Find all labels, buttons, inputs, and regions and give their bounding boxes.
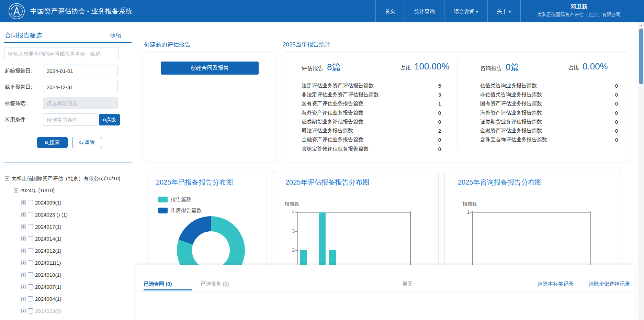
tree-checkbox[interactable]	[28, 224, 33, 229]
expand-node-icon[interactable]: +	[21, 285, 26, 289]
y-tick-label: 3	[287, 228, 295, 234]
expand-node-icon[interactable]: +	[21, 309, 26, 313]
top-gridline	[297, 212, 411, 213]
expand-node-icon[interactable]: +	[21, 212, 26, 217]
legend-swatch	[158, 208, 168, 213]
filter-panel-title: 合同报告筛选	[5, 31, 42, 40]
clear-all-selection-link[interactable]: 清除全部选择记录	[589, 281, 630, 287]
stat-row: 法定评估业务资产评估报告篇数5	[302, 81, 441, 90]
expand-node-icon[interactable]: +	[21, 297, 26, 301]
tree-node-contract[interactable]: + 2024007(1)	[0, 281, 136, 293]
y-tick-label: 4	[287, 209, 295, 215]
divider	[4, 163, 132, 163]
start-date-input[interactable]	[43, 65, 118, 77]
tree-node-contract[interactable]: + 2024004(1)	[0, 293, 136, 305]
search-icon	[45, 141, 48, 144]
divider	[457, 58, 457, 148]
stat-row: 金融资产评估业务报告篇数0	[302, 135, 441, 144]
donut-hole	[192, 231, 230, 269]
consulting-ratio: 占比 0.00%	[569, 61, 608, 72]
collapse-node-icon[interactable]: −	[14, 188, 18, 193]
expand-node-icon[interactable]: +	[21, 261, 26, 265]
tree-node-contract[interactable]: + 2024010(1)	[0, 269, 136, 281]
refresh-icon	[78, 140, 83, 145]
common-condition-input[interactable]	[43, 113, 98, 126]
active-tab-underline	[144, 289, 192, 290]
header: 中国资产评估协会 - 业务报备系统 首页 统计查询 综合设置▾ 关于▾ 邓卫新 …	[0, 0, 644, 22]
assessment-stat-rows: 法定评估业务资产评估报告篇数5 非法定评估业务资产评估报告篇数3 国有资产评估业…	[302, 81, 441, 153]
tree-node-contract[interactable]: + 2024023 () (1)	[0, 209, 136, 221]
start-date-label: 起始报告日:	[5, 68, 32, 74]
divider	[136, 291, 635, 291]
assessment-report-header: 评估报告 8篇	[302, 61, 341, 73]
consulting-report-header: 咨询报告 0篇	[480, 61, 519, 73]
collapse-node-icon[interactable]: −	[5, 176, 9, 181]
tree-checkbox[interactable]	[28, 248, 33, 253]
tree-node-contract[interactable]: + 2024014(1)	[0, 233, 136, 245]
y-tick-mark	[470, 212, 472, 213]
tree-checkbox[interactable]	[28, 212, 33, 217]
tree-node-contract[interactable]: + 2024011(1)	[0, 257, 136, 269]
common-condition-label: 常用条件:	[5, 117, 27, 123]
tree-checkbox[interactable]	[28, 272, 33, 277]
expand-node-icon[interactable]: +	[21, 200, 26, 205]
tree-checkbox[interactable]	[28, 284, 33, 289]
nav-about-dropdown[interactable]: 关于▾	[487, 0, 520, 22]
chart-title: 2025年已报备报告分布图	[156, 178, 233, 187]
tab-selected-reports[interactable]: 已选报告 (0)	[201, 281, 229, 287]
y-tick-label: 2	[287, 247, 295, 253]
search-button[interactable]: 搜索	[37, 137, 68, 148]
expand-node-icon[interactable]: +	[21, 249, 26, 253]
assessment-bar-chart-panel: 2025年评估报备报告分布图 报告数 432	[272, 172, 439, 275]
stat-row: 金融资产评估业务报告篇数0	[480, 126, 618, 135]
top-gridline	[472, 212, 591, 213]
create-section-title: 创建新的评估报告	[144, 41, 191, 48]
expand-node-icon[interactable]: +	[21, 224, 26, 229]
reported-distribution-chart-panel: 2025年已报备报告分布图 报告篇数 作废报告篇数	[149, 172, 266, 275]
reset-button[interactable]: 重置	[72, 137, 102, 148]
expand-node-icon[interactable]: +	[21, 236, 26, 241]
nav-statistics[interactable]: 统计查询	[405, 0, 444, 22]
app-title: 中国资产评估协会 - 业务报备系统	[30, 0, 133, 22]
tree-checkbox[interactable]	[28, 260, 33, 265]
tree-checkbox[interactable]	[28, 200, 33, 205]
tree-checkbox[interactable]	[28, 296, 33, 301]
tab-selected-contracts[interactable]: 已选合同 (0)	[144, 281, 172, 287]
search-icon	[103, 119, 106, 121]
y-tick-label: 1	[462, 209, 470, 215]
scrollbar-thumb[interactable]	[639, 29, 643, 84]
advanced-search-button[interactable]: 高级	[99, 114, 120, 125]
nav-settings-dropdown[interactable]: 综合设置▾	[444, 0, 487, 22]
keyword-search-input[interactable]	[4, 47, 118, 60]
vertical-scrollbar[interactable]: ▲	[638, 22, 644, 320]
user-info[interactable]: 邓卫新 太和正信国际资产评估（北京）有限公司	[520, 0, 637, 22]
tag-filter-input[interactable]	[43, 97, 118, 109]
tree-node-contract-disabled[interactable]: + 2024023(0)	[0, 305, 136, 317]
main-nav: 首页 统计查询 综合设置▾ 关于▾	[375, 0, 520, 22]
y-tick-mark	[295, 212, 297, 213]
tree-node-company[interactable]: − 太和正信国际资产评估（北京）有限公司(10/10)	[0, 173, 136, 185]
create-contract-report-button[interactable]: 创建合同及报告	[161, 62, 259, 75]
end-date-label: 截止报告日:	[5, 84, 32, 90]
legend-swatch	[158, 197, 168, 202]
scroll-up-arrow-icon[interactable]: ▲	[638, 23, 644, 27]
tree-node-contract[interactable]: + 2024017(1)	[0, 221, 136, 233]
expand-node-icon[interactable]: +	[21, 273, 26, 277]
consulting-stat-rows: 估值类咨询业务报告篇数0 非估值类咨询业务报告篇数0 国有资产评估业务报告篇数0…	[480, 81, 618, 144]
tree-node-contract[interactable]: + 2024009(1)	[0, 197, 136, 209]
expand-button[interactable]: 展开	[402, 281, 413, 287]
stats-section-title: 2025当年报告统计	[283, 41, 331, 48]
collapse-button[interactable]: 收缩	[110, 32, 121, 39]
stat-row: 非法定评估业务资产评估报告篇数3	[302, 90, 441, 99]
user-company: 太和正信国际资产评估（北京）有限公司	[521, 12, 637, 18]
nav-home[interactable]: 首页	[375, 0, 405, 22]
end-date-input[interactable]	[43, 81, 118, 93]
tree-node-contract[interactable]: + 2024012(1)	[0, 245, 136, 257]
tree-checkbox[interactable]	[28, 308, 33, 313]
tree-checkbox[interactable]	[28, 236, 33, 241]
assessment-report-count: 8篇	[327, 61, 341, 73]
clear-tab-records-link[interactable]: 清除本标签记录	[538, 281, 574, 287]
selection-footer-bar: 已选合同 (0) 已选报告 (0) 展开 清除本标签记录 清除全部选择记录	[136, 265, 635, 320]
stat-row: 国有资产评估业务报告篇数0	[480, 99, 618, 108]
tree-node-year[interactable]: − 2024年 (10/10)	[0, 185, 136, 197]
